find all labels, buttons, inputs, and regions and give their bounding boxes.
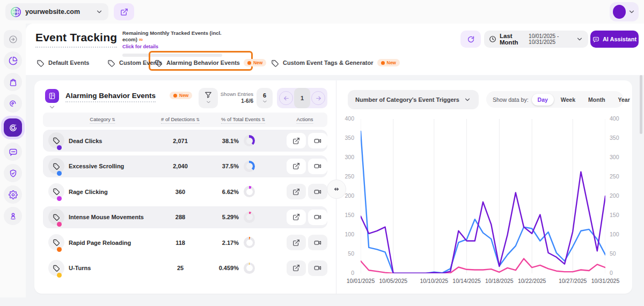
y-axis-tick-left: 350 — [333, 135, 354, 141]
prev-page-button[interactable] — [279, 91, 293, 105]
chevron-down-icon — [96, 8, 103, 16]
chart-metric-dropdown[interactable]: Number of Category's Event Triggers — [348, 90, 479, 109]
vertical-scrollbar[interactable] — [640, 75, 642, 134]
tab-alarming-behavior-events[interactable]: Alarming Behavior EventsNew — [155, 57, 266, 69]
column-header-actions[interactable]: Actions — [296, 116, 313, 124]
website-selector[interactable]: yourwebsite.com — [5, 3, 108, 20]
gear-icon — [9, 190, 18, 199]
open-category-button[interactable] — [287, 210, 306, 225]
shown-entries: Shown Entries 1-6/6 — [220, 91, 253, 104]
tab-custom-events[interactable]: Custom Events — [107, 57, 162, 69]
watch-recordings-button[interactable] — [308, 184, 327, 199]
category-tag-icon — [48, 183, 64, 199]
x-axis-tick: 10/01/2025 — [347, 278, 375, 284]
date-range-selector[interactable]: Last Month 10/01/2025 - 10/31/2025 — [484, 31, 588, 48]
events-panel: Alarming Behavior Events New Shown Entri… — [34, 80, 632, 294]
sidebar-item-feedback[interactable] — [4, 143, 22, 161]
chevron-down-icon — [206, 99, 211, 105]
y-axis-tick-right: 200 — [610, 192, 631, 199]
category-tag-icon — [48, 234, 64, 250]
percent-donut — [244, 263, 255, 274]
x-axis-tick: 10/10/2025 — [420, 278, 449, 284]
sidebar-item-analytics[interactable] — [4, 51, 22, 70]
panel-type-selector[interactable] — [45, 89, 59, 103]
sidebar-item-sidebar-toggle[interactable] — [4, 30, 22, 48]
open-category-button[interactable] — [287, 260, 306, 276]
shield-check-icon — [9, 169, 18, 178]
sidebar-item-visitors[interactable] — [4, 207, 22, 225]
period-segment-year[interactable]: Year — [612, 94, 636, 106]
infinity-icon: ∞ — [139, 36, 143, 42]
open-category-button[interactable] — [287, 235, 306, 250]
watch-recordings-button[interactable] — [308, 260, 327, 276]
account-menu[interactable] — [610, 2, 639, 21]
watch-recordings-button[interactable] — [308, 133, 327, 148]
period-segment-month[interactable]: Month — [582, 94, 611, 106]
sidebar-item-privacy[interactable] — [4, 164, 22, 182]
shown-entries-value: 1-6/6 — [220, 98, 253, 104]
watch-recordings-button[interactable] — [308, 159, 327, 174]
website-globe-icon — [11, 7, 21, 17]
chart-metric-label: Number of Category's Event Triggers — [355, 96, 459, 103]
table-column-header: Category⇅# of Detections⇅% of Total Even… — [43, 113, 327, 127]
open-category-button[interactable] — [287, 133, 306, 148]
column-header--of-detections[interactable]: # of Detections⇅ — [161, 116, 200, 124]
next-page-button[interactable] — [311, 91, 325, 105]
tab-default-events[interactable]: Default Events — [36, 57, 89, 69]
filter-button[interactable] — [199, 88, 218, 108]
chevron-down-icon — [262, 99, 268, 105]
period-segment-day[interactable]: Day — [532, 94, 554, 106]
ai-assistant-button[interactable]: AI Assistant — [590, 31, 639, 48]
pie-chart-icon — [9, 56, 18, 65]
panel-resize-handle[interactable] — [327, 180, 346, 199]
horizontal-resize-icon — [332, 185, 341, 193]
open-category-button[interactable] — [287, 184, 306, 199]
category-name: Excessive Scrolling — [69, 155, 124, 177]
shown-entries-label: Shown Entries — [220, 91, 253, 97]
page-size-selector[interactable]: 6 — [257, 88, 273, 108]
click-for-details-link[interactable]: Click for details — [122, 44, 230, 49]
tab-label: Alarming Behavior Events — [166, 59, 240, 66]
category-color-dot — [57, 247, 62, 252]
x-axis-tick: 10/14/2025 — [452, 278, 481, 284]
category-color-dot — [57, 273, 62, 278]
sidebar-nav — [0, 24, 26, 297]
content-area: Alarming Behavior Events New Shown Entri… — [26, 75, 644, 297]
x-axis-tick: 10/22/2025 — [518, 278, 546, 284]
series-line-dead-clicks — [361, 172, 605, 273]
new-badge: New — [244, 59, 266, 66]
table-row[interactable]: Intense Mouse Movements2885.29% — [43, 206, 327, 228]
y-axis-tick-left: 250 — [333, 173, 354, 180]
y-axis-tick-right: 300 — [610, 154, 631, 160]
table-row[interactable]: U-Turns250.459% — [43, 257, 327, 279]
table-row[interactable]: Rapid Page Reloading1182.17% — [43, 232, 327, 253]
open-category-button[interactable] — [287, 159, 306, 174]
spiral-radar-icon — [9, 99, 18, 108]
table-row[interactable]: Rage Clicking3606.62% — [43, 181, 327, 203]
ai-assistant-label: AI Assistant — [603, 36, 636, 42]
period-segment-week[interactable]: Week — [555, 94, 581, 106]
table-row[interactable]: Dead Clicks2,07138.1% — [43, 130, 327, 152]
category-color-dot — [57, 171, 62, 176]
sidebar-item-ecommerce[interactable] — [4, 73, 22, 91]
sidebar-item-settings[interactable] — [4, 185, 22, 204]
percent-of-total: 38.1% — [199, 130, 239, 152]
tab-custom-event-tags-generator[interactable]: Custom Event Tags & GeneratorNew — [271, 57, 400, 69]
refresh-button[interactable] — [460, 31, 481, 48]
category-name: U-Turns — [69, 257, 91, 279]
category-color-dot — [57, 196, 62, 201]
open-website-button[interactable] — [114, 3, 134, 20]
tab-label: Custom Event Tags & Generator — [283, 59, 374, 66]
watch-recordings-button[interactable] — [308, 235, 327, 250]
percent-donut — [244, 237, 255, 248]
watch-recordings-button[interactable] — [308, 210, 327, 225]
category-tag-icon — [48, 132, 64, 148]
sidebar-item-recordings[interactable] — [4, 94, 22, 113]
sidebar-item-event-tracking[interactable] — [4, 118, 22, 137]
table-row[interactable]: Excessive Scrolling2,04037.5% — [43, 155, 327, 177]
column-header-category[interactable]: Category⇅ — [90, 116, 115, 124]
current-page[interactable]: 1 — [294, 88, 310, 108]
column-header--of-total-events[interactable]: % of Total Events⇅ — [221, 116, 265, 124]
shopping-bag-icon — [9, 78, 18, 87]
location-person-icon — [9, 212, 18, 221]
